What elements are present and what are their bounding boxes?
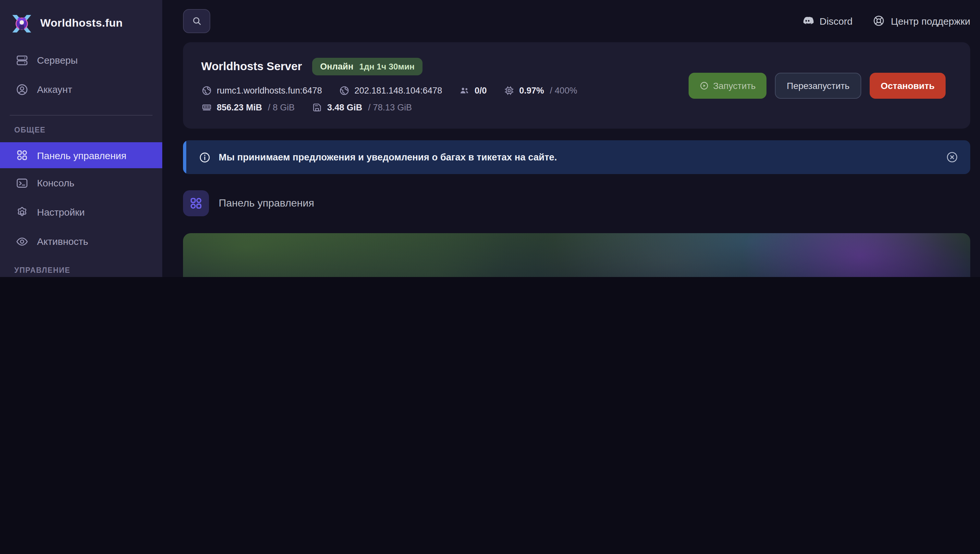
sidebar-item-label: Аккаунт — [37, 84, 72, 95]
brand[interactable]: Worldhosts.fun — [0, 0, 162, 45]
start-button[interactable]: Запустить — [688, 72, 767, 98]
sidebar-item-label: Панель управления — [37, 150, 127, 161]
stat-disk: 3.48 GiB / 78.13 GiB — [312, 102, 412, 113]
memory-icon — [201, 102, 212, 113]
gear-icon — [16, 206, 29, 219]
brand-name: Worldhosts.fun — [40, 17, 123, 30]
notice-text: Мы принимаем предложения и уведомления о… — [219, 152, 946, 162]
user-circle-icon — [16, 83, 29, 96]
stat-ip: 202.181.148.104:6478 — [339, 85, 442, 96]
memory-used: 856.23 MiB — [217, 103, 262, 112]
discord-label: Discord — [819, 15, 853, 26]
grid-icon — [189, 196, 203, 211]
support-label: Центр поддержки — [891, 15, 970, 26]
uptime-text: 1дн 1ч 30мин — [359, 62, 415, 72]
status-text: Онлайн — [320, 62, 353, 72]
globe-icon — [201, 85, 212, 96]
cpu-used: 0.97% — [519, 86, 544, 96]
app-window: Worldhosts.fun Серверы Аккаунт ОБЩЕЕ — [0, 0, 980, 277]
page-heading-tile — [183, 190, 209, 216]
stat-hostname: rumc1.worldhosts.fun:6478 — [201, 85, 322, 96]
search-icon — [191, 15, 202, 26]
main-content: Discord Центр поддержки Worldhosts Serve… — [162, 0, 980, 277]
sidebar-item-label: Консоль — [37, 177, 74, 188]
close-icon[interactable] — [946, 151, 959, 164]
stat-players: 0/0 — [459, 85, 487, 96]
cpu-icon — [504, 85, 515, 96]
restart-button[interactable]: Перезапустить — [775, 72, 861, 98]
discord-link[interactable]: Discord — [800, 14, 853, 27]
server-icon — [16, 54, 29, 67]
stop-button[interactable]: Остановить — [870, 72, 946, 98]
notice-banner: Мы принимаем предложения и уведомления о… — [183, 140, 970, 174]
terminal-icon — [16, 176, 29, 189]
play-circle-icon — [699, 81, 708, 90]
page-heading: Панель управления — [183, 190, 970, 216]
sidebar-item-account[interactable]: Аккаунт — [0, 75, 162, 104]
players-value: 0/0 — [474, 86, 487, 96]
hostname-value: rumc1.worldhosts.fun:6478 — [217, 86, 322, 96]
disk-limit: / 78.13 GiB — [368, 103, 412, 112]
sidebar-section-management: УПРАВЛЕНИЕ — [0, 256, 162, 277]
sidebar-item-label: Активность — [37, 236, 88, 247]
server-name: Worldhosts Server — [201, 60, 302, 73]
disk-used: 3.48 GiB — [327, 103, 362, 112]
support-link[interactable]: Центр поддержки — [872, 14, 970, 27]
sidebar-nav: Серверы Аккаунт ОБЩЕЕ Панель управления — [0, 45, 162, 277]
server-banner-image — [183, 233, 970, 277]
page-title: Панель управления — [219, 198, 314, 209]
sidebar-item-activity[interactable]: Активность — [0, 227, 162, 256]
memory-limit: / 8 GiB — [268, 103, 295, 112]
disk-icon — [312, 102, 323, 113]
server-stats: rumc1.worldhosts.fun:6478 202.181.148.10… — [201, 85, 694, 113]
search-button[interactable] — [183, 9, 210, 33]
sidebar-item-settings[interactable]: Настройки — [0, 198, 162, 227]
discord-icon — [800, 14, 813, 27]
sidebar: Worldhosts.fun Серверы Аккаунт ОБЩЕЕ — [0, 0, 162, 277]
sidebar-item-console[interactable]: Консоль — [0, 168, 162, 198]
info-circle-icon — [199, 151, 211, 163]
topbar: Discord Центр поддержки — [183, 0, 970, 42]
server-actions: Запустить Перезапустить Остановить — [688, 72, 946, 98]
grid-icon — [16, 149, 29, 162]
players-icon — [459, 85, 470, 96]
stat-memory: 856.23 MiB / 8 GiB — [201, 102, 295, 113]
sidebar-item-label: Настройки — [37, 206, 85, 217]
brand-logo-icon — [10, 11, 34, 35]
cpu-limit: / 400% — [550, 86, 577, 96]
server-header-card: Worldhosts Server Онлайн 1дн 1ч 30мин ru… — [183, 42, 970, 129]
sidebar-item-label: Серверы — [37, 54, 78, 65]
ip-value: 202.181.148.104:6478 — [354, 86, 442, 96]
sidebar-item-dashboard[interactable]: Панель управления — [0, 142, 162, 168]
sidebar-item-servers[interactable]: Серверы — [0, 45, 162, 75]
stat-cpu: 0.97% / 400% — [504, 85, 577, 96]
status-badge: Онлайн 1дн 1ч 30мин — [312, 58, 423, 75]
sidebar-section-general: ОБЩЕЕ — [0, 116, 162, 139]
eye-icon — [16, 235, 29, 248]
globe-icon — [339, 85, 350, 96]
lifebuoy-icon — [872, 14, 885, 27]
